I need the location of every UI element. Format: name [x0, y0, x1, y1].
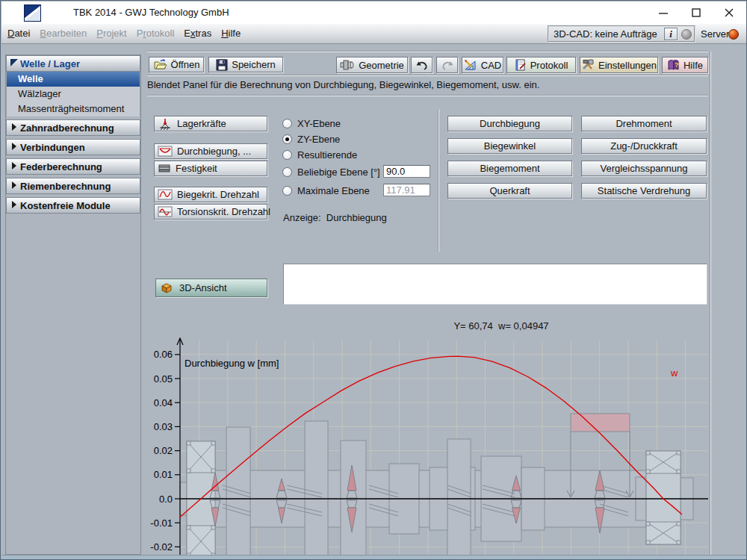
collapsed-triangle-icon: [10, 181, 19, 192]
chart-title: Durchbiegung w [mm]: [185, 358, 279, 369]
maximize-button[interactable]: [684, 4, 709, 22]
strength-button[interactable]: Festigkeit: [154, 161, 267, 176]
result-button-biegemoment[interactable]: Biegemoment: [447, 161, 572, 176]
collapsed-triangle-icon: [10, 161, 19, 172]
input-maximale-ebene[interactable]: 117.91: [383, 184, 430, 196]
radio-zy-ebene[interactable]: ZY-Ebene: [282, 133, 340, 145]
bend-speed-button[interactable]: Biegekrit. Drehzahl: [154, 187, 267, 202]
settings-button[interactable]: Einstellungen: [580, 57, 658, 73]
undo-button[interactable]: [411, 57, 433, 73]
menu-bar: DateiBearbeitenProjektProtokollExtrasHil…: [1, 24, 746, 44]
help-button[interactable]: ?Hilfe: [662, 57, 708, 73]
divider: [147, 51, 708, 52]
result-button-querkraft[interactable]: Querkraft: [447, 183, 572, 199]
floppy-disk-icon: [216, 59, 228, 71]
sidebar-section-2[interactable]: Zahnradberechnung: [6, 119, 140, 136]
result-button-zug-druckkraft[interactable]: Zug-/Druckkraft: [581, 138, 707, 154]
result-button-statische-verdrehung[interactable]: Statische Verdrehung: [581, 183, 707, 199]
svg-text:0.0: 0.0: [159, 494, 173, 505]
window-bottom-edge: [1, 555, 747, 560]
redo-button[interactable]: [436, 57, 458, 73]
protocol-document-icon: [515, 59, 527, 71]
sidebar-section-3[interactable]: Verbindungen: [6, 139, 140, 155]
radio-beliebige-ebene-[interactable]: Beliebige Ebene [°]: [282, 166, 380, 178]
minimize-button[interactable]: [651, 4, 676, 22]
application-window: TBK 2014 - GWJ Technology GmbH DateiBear…: [0, 0, 747, 560]
svg-text:-0.02: -0.02: [150, 541, 173, 553]
deflection-icon: [158, 145, 173, 158]
bearing-symbol: [646, 451, 681, 544]
collapsed-triangle-icon: [10, 200, 19, 211]
shaft-segment: [305, 421, 328, 555]
title-bar: TBK 2014 - GWJ Technology GmbH: [1, 1, 746, 24]
radio-xy-ebene[interactable]: XY-Ebene: [282, 117, 341, 129]
svg-text:0.03: 0.03: [154, 421, 173, 432]
result-button-durchbiegung[interactable]: Durchbiegung: [447, 116, 572, 131]
undo-icon: [415, 60, 429, 71]
deflection-chart: 0.060.050.040.030.020.010.0-0.01-0.02Dur…: [143, 333, 747, 555]
expanded-triangle-icon: [10, 58, 19, 69]
cad-status-indicator: [681, 29, 692, 40]
radio-resultierende[interactable]: Resultierende: [282, 149, 357, 161]
menu-item-protokoll[interactable]: Protokoll: [137, 24, 175, 43]
menu-item-extras[interactable]: Extras: [184, 24, 211, 43]
result-button-drehmoment[interactable]: Drehmoment: [581, 116, 707, 131]
bend-speed-icon: [158, 188, 173, 201]
result-button-vergleichsspannung[interactable]: Vergleichsspannung: [581, 161, 707, 176]
help-book-icon: ?: [667, 59, 680, 71]
app-icon: [24, 4, 41, 22]
radio-circle[interactable]: [282, 134, 292, 144]
divider: [147, 95, 708, 96]
radio-maximale-ebene[interactable]: Maximale Ebene: [282, 184, 370, 196]
sidebar-item-massenträgheitsmoment[interactable]: Massenträgheitsmoment: [7, 102, 140, 116]
radio-circle[interactable]: [282, 150, 292, 160]
menu-item-hilfe[interactable]: Hilfe: [221, 24, 241, 43]
svg-text:?: ?: [675, 61, 679, 69]
sidebar-section-4[interactable]: Federberechnung: [6, 158, 140, 175]
open-button[interactable]: Öffnen: [149, 57, 204, 72]
divider: [710, 52, 711, 555]
status-line: Blendet Panel für die Berechnung von Dur…: [147, 79, 539, 90]
display-mode-label: Anzeige: Durchbiegung: [283, 212, 387, 223]
bearing-forces-button[interactable]: Lagerkräfte: [154, 116, 267, 131]
cad-icon: [464, 59, 477, 71]
sidebar-item-wälzlager[interactable]: Wälzlager: [7, 87, 140, 102]
radio-circle[interactable]: [282, 167, 292, 177]
collapsed-triangle-icon: [10, 122, 19, 134]
view-3d-button[interactable]: 3D-Ansicht: [155, 279, 267, 297]
close-button[interactable]: [716, 4, 742, 22]
menu-item-projekt[interactable]: Projekt: [96, 24, 126, 43]
geometry-button[interactable]: Geometrie: [336, 57, 408, 73]
server-label: Server:: [701, 24, 732, 44]
radio-circle[interactable]: [282, 119, 292, 128]
input-beliebige-ebene[interactable]: 90.0: [383, 165, 430, 178]
sidebar-section-5[interactable]: Riemenberechnung: [6, 178, 140, 194]
save-button[interactable]: Speichern: [208, 57, 283, 72]
menu-item-datei[interactable]: Datei: [7, 24, 30, 43]
distributed-load: [571, 414, 630, 432]
server-status-indicator: [728, 29, 739, 40]
sidebar-item-welle[interactable]: Welle: [7, 72, 140, 87]
bearing-forces-icon: [158, 117, 173, 131]
deflection-button[interactable]: Durchbiegung, ...: [154, 143, 267, 159]
cad-status-box: 3D-CAD: keine Aufträge i: [548, 25, 695, 43]
divider: [147, 75, 708, 76]
menu-item-bearbeiten[interactable]: Bearbeiten: [40, 24, 87, 43]
info-button[interactable]: i: [664, 28, 678, 40]
radio-circle[interactable]: [282, 186, 292, 196]
result-button-biegewinkel[interactable]: Biegewinkel: [447, 138, 572, 154]
torsion-speed-button[interactable]: Torsionskrit. Drehzahl: [154, 204, 267, 220]
svg-text:0.05: 0.05: [154, 373, 173, 385]
window-title: TBK 2014 - GWJ Technology GmbH: [73, 1, 229, 24]
sidebar-section-6[interactable]: Kostenfreie Module: [6, 197, 140, 214]
cad-status-label: 3D-CAD: keine Aufträge: [554, 28, 664, 40]
protocol-button[interactable]: Protokoll: [506, 57, 576, 73]
svg-text:0.01: 0.01: [154, 469, 173, 480]
sidebar-navigation: Welle / LagerWelleWälzlagerMassenträghei…: [5, 55, 141, 555]
cursor-readout: Y= 60,74 w= 0,04947: [419, 320, 583, 332]
settings-tools-icon: [581, 59, 595, 71]
divider: [438, 109, 439, 252]
sidebar-section-1[interactable]: Welle / Lager: [6, 55, 140, 72]
svg-text:0.02: 0.02: [154, 445, 173, 456]
cad-button[interactable]: CAD: [462, 57, 503, 73]
